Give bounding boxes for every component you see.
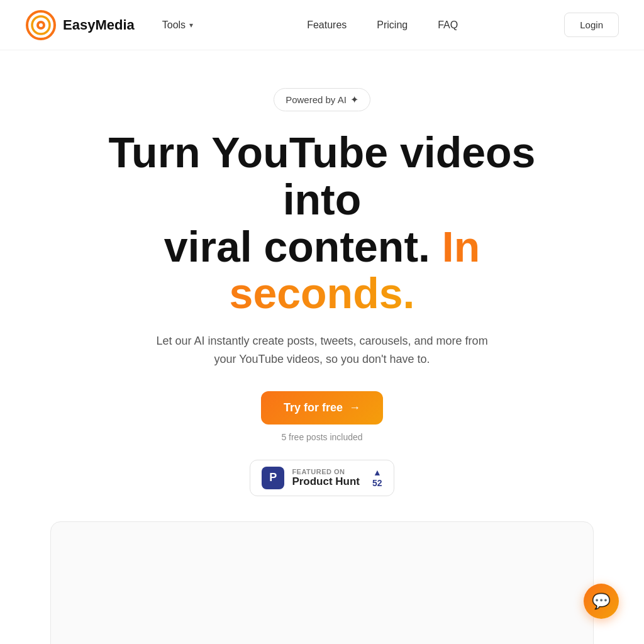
hero-title-line1: Turn YouTube videos into — [109, 128, 536, 223]
nav-features[interactable]: Features — [307, 19, 347, 31]
product-hunt-icon: P — [262, 467, 284, 489]
chevron-down-icon: ▾ — [189, 21, 193, 30]
ph-text-block: FEATURED ON Product Hunt — [292, 468, 360, 488]
navbar-right: Login — [564, 13, 619, 37]
logo-icon — [25, 9, 57, 41]
tools-label: Tools — [162, 19, 186, 31]
logo-link[interactable]: EasyMedia — [25, 9, 135, 41]
ph-votes: ▲ 52 — [372, 467, 382, 488]
nav-faq[interactable]: FAQ — [438, 19, 458, 31]
nav-pricing[interactable]: Pricing — [377, 19, 408, 31]
ph-featured-label: FEATURED ON — [292, 468, 345, 475]
nav-tools[interactable]: Tools ▾ — [155, 14, 201, 36]
try-btn-label: Try for free — [284, 401, 343, 414]
navbar-left: EasyMedia Tools ▾ — [25, 9, 201, 41]
hero-title: Turn YouTube videos into viral content. … — [77, 129, 567, 317]
hero-title-line2-plain: viral content. — [164, 223, 430, 270]
ph-letter: P — [269, 471, 277, 484]
chat-icon: 💬 — [592, 592, 611, 610]
svg-point-3 — [39, 23, 43, 27]
arrow-right-icon: → — [349, 401, 360, 414]
powered-text: Powered by AI — [286, 94, 347, 105]
sparkle-icon: ✦ — [350, 94, 358, 106]
free-posts-label: 5 free posts included — [281, 432, 362, 442]
brand-name: EasyMedia — [63, 17, 135, 33]
powered-badge: Powered by AI ✦ — [274, 88, 370, 111]
hero-section: Powered by AI ✦ Turn YouTube videos into… — [0, 50, 644, 644]
login-button[interactable]: Login — [564, 13, 619, 37]
try-for-free-button[interactable]: Try for free → — [261, 391, 383, 425]
ph-name: Product Hunt — [292, 475, 360, 488]
navbar-center: Features Pricing FAQ — [307, 19, 458, 31]
chat-button[interactable]: 💬 — [584, 584, 619, 619]
ph-vote-count: 52 — [372, 478, 382, 488]
demo-area — [50, 521, 594, 644]
hero-subtitle: Let our AI instantly create posts, tweet… — [152, 332, 492, 369]
upvote-icon: ▲ — [373, 467, 382, 477]
product-hunt-badge[interactable]: P FEATURED ON Product Hunt ▲ 52 — [250, 460, 394, 496]
navbar: EasyMedia Tools ▾ Features Pricing FAQ L… — [0, 0, 644, 50]
